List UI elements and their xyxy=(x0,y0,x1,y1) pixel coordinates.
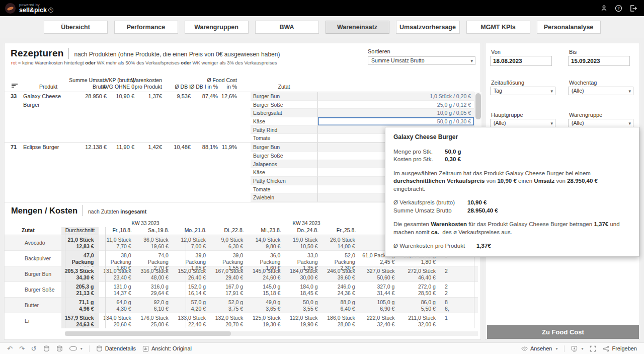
hauptgruppe-select[interactable]: (Alle)▾ xyxy=(490,119,555,127)
datendetails-button[interactable]: Datendetails xyxy=(96,345,136,352)
sort-select[interactable]: Summe Umsatz Brutto ▾ xyxy=(368,56,475,65)
zu-food-cost-button[interactable]: Zu Food Cost xyxy=(487,325,639,339)
day-cell-partial[interactable]: 86, xyxy=(441,298,478,313)
day-cell[interactable]: 152,0 Stück26,40 € xyxy=(174,266,211,281)
day-cell[interactable]: 92,0 g6,10 € xyxy=(136,298,174,313)
day-cell[interactable]: 52,0 Packung2,30 € xyxy=(323,251,360,266)
day-cell[interactable]: 316,0 Stück48,00 € xyxy=(136,266,174,281)
day-cell[interactable]: 39,0 Packung1,65 € xyxy=(174,251,211,266)
day-cell[interactable]: 131,0 g14,37 € xyxy=(99,282,136,297)
day-cell-partial[interactable]: 2 xyxy=(441,266,478,281)
day-cell[interactable]: 222,0 Stück32,40 € xyxy=(360,313,400,328)
user-icon[interactable] xyxy=(600,5,608,12)
von-input[interactable] xyxy=(490,56,552,66)
replay-icon[interactable]: ↺ xyxy=(31,345,37,352)
nav-tab[interactable]: Übersicht xyxy=(44,21,108,34)
day-cell-partial[interactable]: 1 xyxy=(441,313,478,328)
day-cell[interactable]: 11,0 Stück7,70 € xyxy=(99,235,136,250)
day-cell[interactable]: 125,0 Stück19,30 € xyxy=(248,313,285,328)
day-cell[interactable]: 133,0 Stück22,40 € xyxy=(174,313,211,328)
avg-cell[interactable]: 71,1 g4,96 € xyxy=(61,298,99,313)
day-cell[interactable]: 184,0 Stück30,00 € xyxy=(285,266,323,281)
quantities-horizontal-scrollbar[interactable] xyxy=(65,331,478,336)
nav-tab[interactable]: Warengruppen xyxy=(185,21,249,34)
day-cell[interactable]: 14,0 Stück9,80 € xyxy=(248,235,285,250)
wochentag-select[interactable]: (Alle)▾ xyxy=(568,87,633,95)
day-cell[interactable]: 36,0 Packung1,60 € xyxy=(248,251,285,266)
day-cell[interactable]: 64,0 g4,30 € xyxy=(99,298,136,313)
help-icon[interactable]: ? xyxy=(615,5,622,12)
day-cell[interactable]: 49,0 g3,65 € xyxy=(248,298,285,313)
scrollbar-thumb[interactable] xyxy=(65,331,231,336)
day-cell[interactable]: 145,0 Stück24,60 € xyxy=(248,266,285,281)
day-cell[interactable]: 184,0 g18,45 € xyxy=(285,282,323,297)
day-cell[interactable]: 145,0 g15,18 € xyxy=(248,282,285,297)
avg-cell[interactable]: 47,0 Packung1,92 € xyxy=(61,251,99,266)
ingredient-value-cell[interactable]: 25,0 g / 0,12 € xyxy=(317,101,474,109)
avg-cell[interactable]: 21,0 Stück12,83 € xyxy=(61,235,99,250)
day-header: Di.,22.8. xyxy=(210,227,248,235)
sort-descending-icon[interactable] xyxy=(12,84,18,89)
day-cell[interactable]: 167,0 g17,91 € xyxy=(211,282,248,297)
day-cell[interactable]: 211,0 Stück32,00 € xyxy=(399,313,441,328)
pause-updates-icon[interactable] xyxy=(56,345,63,352)
day-cell[interactable]: 152,0 g16,14 € xyxy=(174,282,211,297)
day-cell[interactable]: 36,0 Stück19,60 € xyxy=(136,235,174,250)
day-cell[interactable]: 167,0 Stück29,40 € xyxy=(211,266,248,281)
day-cell[interactable]: 88,0 g6,40 € xyxy=(323,298,360,313)
day-cell[interactable]: 52,0 g3,75 € xyxy=(211,298,248,313)
scrollbar-thumb[interactable] xyxy=(475,93,481,119)
day-cell[interactable]: 39,0 Packung1,55 € xyxy=(211,251,248,266)
ansehen-menu[interactable]: Ansehen ▾ xyxy=(521,345,557,352)
day-cell[interactable]: 272,0 Stück46,40 € xyxy=(399,266,441,281)
fullscreen-icon[interactable] xyxy=(590,345,596,352)
refresh-data-icon[interactable] xyxy=(43,345,50,352)
day-cell[interactable]: 57,0 g4,20 € xyxy=(174,298,211,313)
nav-tab[interactable]: MGMT KPIs xyxy=(466,21,530,34)
nav-tab[interactable]: Performance xyxy=(114,21,178,34)
day-cell[interactable]: 33,0 Packung1,35 € xyxy=(285,251,323,266)
freigeben-button[interactable]: Freigeben xyxy=(603,345,637,352)
avg-cell[interactable]: 205,3 g21,13 € xyxy=(61,282,99,297)
nav-tab[interactable]: Umsatzvorhersage xyxy=(396,21,460,34)
bis-input[interactable] xyxy=(568,56,630,66)
ingredient-value-cell[interactable]: 1,0 Stück / 0,20 € xyxy=(317,92,474,101)
avg-cell[interactable]: 205,3 Stück34,30 € xyxy=(61,266,99,281)
warengruppe-select[interactable]: (Alle)▾ xyxy=(568,119,633,127)
day-cell[interactable]: 186,0 Stück28,00 € xyxy=(323,313,360,328)
day-cell[interactable]: 316,0 g29,64 € xyxy=(136,282,174,297)
ingredient-value-cell[interactable]: 10,0 g / 0,05 € xyxy=(317,109,474,117)
day-cell[interactable]: 122,0 Stück19,90 € xyxy=(285,313,323,328)
redo-icon[interactable]: ↷ xyxy=(19,345,25,352)
connection-menu[interactable]: ▾ xyxy=(69,346,83,351)
undo-icon[interactable]: ↶ xyxy=(7,345,13,352)
day-cell[interactable]: 12,0 Stück7,00 € xyxy=(174,235,211,250)
day-cell[interactable]: 50,0 g3,55 € xyxy=(285,298,323,313)
day-cell[interactable]: 74,0 Packung2,70 € xyxy=(136,251,174,266)
day-cell-partial[interactable]: 22 xyxy=(441,282,478,297)
ingredient-value-cell[interactable]: 50,0 g / 0,30 € xyxy=(317,117,474,126)
day-cell[interactable]: 246,0 g24,36 € xyxy=(323,282,360,297)
day-cell[interactable]: 134,0 Stück20,60 € xyxy=(99,313,136,328)
ansicht-button[interactable]: Ansicht: Original xyxy=(142,345,192,352)
day-cell[interactable]: 131,0 Stück23,40 € xyxy=(99,266,136,281)
day-cell[interactable]: 19,0 Stück10,50 € xyxy=(285,235,323,250)
day-cell[interactable]: 246,0 Stück39,60 € xyxy=(323,266,360,281)
day-cell[interactable]: 26,0 Stück14,00 € xyxy=(323,235,360,250)
zeitaufloesung-select[interactable]: Tag▾ xyxy=(490,87,555,95)
day-cell[interactable]: 176,0 Stück25,00 € xyxy=(136,313,174,328)
nav-tab[interactable]: BWA xyxy=(255,21,319,34)
day-cell[interactable]: 86,0 g5,50 € xyxy=(399,298,441,313)
day-cell[interactable]: 105,0 g6,90 € xyxy=(360,298,400,313)
day-cell[interactable]: 327,0 g31,44 € xyxy=(360,282,400,297)
day-cell[interactable]: 132,0 Stück20,70 € xyxy=(211,313,248,328)
day-cell[interactable]: 327,0 Stück50,60 € xyxy=(360,266,400,281)
day-cell[interactable]: 272,0 g28,50 € xyxy=(399,282,441,297)
avg-cell[interactable]: 157,9 Stück24,63 € xyxy=(61,313,99,328)
logout-icon[interactable] xyxy=(629,5,637,12)
day-cell[interactable]: 9,0 Stück6,30 € xyxy=(211,235,248,250)
nav-tab[interactable]: Personalanalyse xyxy=(537,21,601,34)
nav-tab[interactable]: Wareneinsatz xyxy=(326,21,389,34)
download-button[interactable]: ▾ xyxy=(571,345,583,352)
day-cell[interactable]: 38,0 Packung1,60 € xyxy=(99,251,136,266)
